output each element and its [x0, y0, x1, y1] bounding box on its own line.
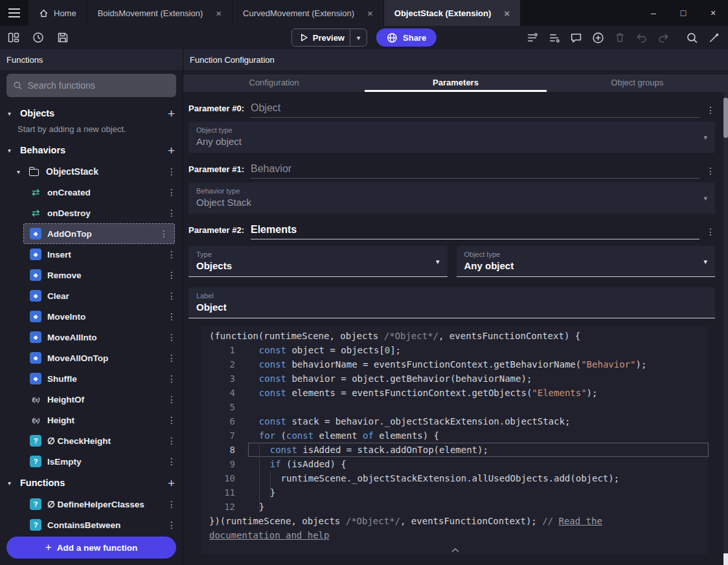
tab-objectstack[interactable]: ObjectStack (Extension) ×	[384, 0, 521, 26]
add-object-button[interactable]: +	[168, 107, 175, 120]
trash-icon[interactable]	[614, 32, 626, 43]
item-menu-button[interactable]: ⋮	[167, 353, 176, 363]
tab-parameters[interactable]: Parameters	[365, 74, 546, 92]
code-text[interactable]: const behavior = object.getBehavior(beha…	[248, 371, 709, 386]
save-icon[interactable]	[57, 32, 69, 43]
label-text-field[interactable]: Label Object	[188, 287, 715, 318]
sidebar-item-moveinto[interactable]: MoveInto⋮	[0, 306, 183, 327]
main-scrollbar[interactable]	[723, 92, 728, 565]
item-menu-button[interactable]: ⋮	[167, 249, 176, 260]
share-button[interactable]: Share	[376, 28, 437, 47]
search-icon[interactable]	[686, 32, 698, 44]
item-menu-button[interactable]: ⋮	[167, 436, 176, 446]
sidebar-section-functions[interactable]: ▾ Functions +	[0, 472, 183, 494]
sidebar-item-addontop[interactable]: AddOnTop⋮	[23, 223, 175, 244]
sidebar-item-checkheight[interactable]: ∅ CheckHeight⋮	[0, 430, 183, 451]
add-free-function-button[interactable]: +	[168, 477, 175, 489]
add-event-icon[interactable]	[592, 32, 604, 44]
sidebar-item-definehelperclasses[interactable]: ∅ DefineHelperClasses⋮	[0, 494, 183, 515]
preview-button[interactable]: Preview ▾	[291, 28, 367, 47]
item-menu-button[interactable]: ⋮	[167, 520, 176, 530]
item-menu-button[interactable]: ⋮	[167, 270, 176, 280]
sidebar-item-remove[interactable]: Remove⋮	[0, 265, 183, 285]
code-text[interactable]: const object = objects[0];	[248, 343, 709, 357]
code-text[interactable]: for (const element of elements) {	[248, 428, 709, 443]
tab-home[interactable]: Home	[28, 0, 87, 26]
code-text[interactable]: }	[248, 500, 709, 514]
panels-layout-icon[interactable]	[8, 32, 19, 43]
parameter-name-input[interactable]: Object	[251, 102, 700, 118]
search-input[interactable]	[28, 80, 170, 91]
chevron-down-icon[interactable]: ▾	[353, 34, 364, 41]
minimize-button[interactable]: –	[639, 0, 668, 26]
comment-icon[interactable]	[570, 32, 582, 44]
parameter-name-input[interactable]: Behavior	[251, 163, 700, 179]
code-text[interactable]: const elements = eventsFunctionContext.g…	[248, 386, 709, 400]
object-type-select[interactable]: Object type Any object ▾	[188, 122, 715, 153]
item-menu-button[interactable]: ⋮	[167, 394, 176, 404]
parameter-name-input[interactable]: Elements	[251, 224, 700, 239]
item-menu-button[interactable]: ⋮	[167, 499, 176, 509]
sidebar-item-ondestroy[interactable]: onDestroy⋮	[0, 203, 183, 223]
sidebar-item-height[interactable]: Height⋮	[0, 410, 183, 430]
parameter-menu-button[interactable]: ⋮	[706, 166, 715, 176]
sidebar-item-insert[interactable]: Insert⋮	[0, 244, 183, 265]
redo-icon[interactable]	[657, 32, 670, 44]
sidebar-item-moveallinto[interactable]: MoveAllInto⋮	[0, 327, 183, 348]
code-text[interactable]: const stack = behavior._objectStackExten…	[248, 414, 709, 428]
item-menu-button[interactable]: ⋮	[167, 291, 176, 301]
sidebar-item-clear[interactable]: Clear⋮	[0, 285, 183, 306]
scrollbar-thumb-bottom[interactable]	[723, 553, 728, 565]
sidebar-item-objectstack-behavior[interactable]: ▾ ObjectStack ⋮	[0, 161, 183, 182]
sidebar-item-moveallontop[interactable]: MoveAllOnTop⋮	[0, 348, 183, 368]
behavior-type-select[interactable]: Behavior type Object Stack ▾	[188, 183, 715, 214]
sidebar-item-containsbetween[interactable]: ContainsBetween⋮	[0, 515, 183, 531]
code-text[interactable]: runtimeScene._objectStackExtension.allUs…	[248, 471, 709, 485]
item-menu-button[interactable]: ⋮	[167, 456, 176, 467]
code-text[interactable]: }	[248, 485, 709, 500]
sidebar-item-heightof[interactable]: HeightOf⋮	[0, 389, 183, 410]
item-menu-button[interactable]: ⋮	[167, 208, 176, 218]
close-window-button[interactable]: ×	[698, 0, 728, 26]
add-function-button[interactable]: + Add a new function	[6, 537, 176, 559]
sidebar-item-isempty[interactable]: IsEmpty⋮	[0, 451, 183, 472]
documentation-link[interactable]: documentation and help	[209, 530, 329, 540]
tab-object-groups[interactable]: Object groups	[547, 74, 728, 92]
code-text[interactable]: const behaviorName = eventsFunctionConte…	[248, 357, 709, 371]
maximize-button[interactable]: □	[668, 0, 698, 26]
object-groups-panel-icon[interactable]	[548, 32, 560, 44]
tab-boidsmovement[interactable]: BoidsMovement (Extension) ×	[87, 0, 233, 26]
scrollbar-thumb[interactable]	[723, 98, 728, 138]
tab-curvedmovement[interactable]: CurvedMovement (Extension) ×	[233, 0, 384, 26]
undo-icon[interactable]	[635, 32, 648, 44]
sidebar-section-objects[interactable]: ▾ Objects +	[0, 102, 183, 124]
customize-icon[interactable]	[708, 32, 720, 44]
close-tab-icon[interactable]: ×	[504, 8, 510, 18]
item-menu-button[interactable]: ⋮	[167, 166, 176, 177]
parameter-menu-button[interactable]: ⋮	[706, 105, 715, 115]
item-menu-button[interactable]: ⋮	[167, 415, 176, 425]
main-menu-button[interactable]	[0, 0, 28, 26]
code-text[interactable]: if (isAdded) {	[248, 457, 709, 471]
add-behavior-button[interactable]: +	[168, 144, 175, 157]
item-menu-button[interactable]: ⋮	[167, 187, 176, 197]
sidebar-item-shuffle[interactable]: Shuffle⋮	[0, 368, 183, 389]
js-code-editor[interactable]: (function(runtimeScene, objects /*Object…	[201, 326, 709, 554]
object-type-select-2[interactable]: Object type Any object ▾	[457, 246, 716, 277]
code-text[interactable]	[248, 400, 709, 414]
type-select[interactable]: Type Objects ▾	[188, 246, 448, 277]
close-tab-icon[interactable]: ×	[216, 8, 222, 18]
objects-panel-icon[interactable]	[526, 32, 538, 44]
documentation-link[interactable]: Read the	[558, 516, 602, 526]
item-menu-button[interactable]: ⋮	[159, 228, 168, 239]
parameter-menu-button[interactable]: ⋮	[706, 227, 715, 237]
history-icon[interactable]	[32, 32, 44, 43]
code-text[interactable]: const isAdded = stack.addOnTop(element);	[248, 443, 709, 457]
close-tab-icon[interactable]: ×	[367, 8, 373, 18]
item-menu-button[interactable]: ⋮	[167, 311, 176, 322]
sidebar-item-oncreated[interactable]: onCreated⋮	[0, 182, 183, 203]
item-menu-button[interactable]: ⋮	[167, 373, 176, 384]
tab-configuration[interactable]: Configuration	[183, 74, 365, 92]
collapse-editor-button[interactable]	[451, 548, 460, 553]
item-menu-button[interactable]: ⋮	[167, 332, 176, 342]
